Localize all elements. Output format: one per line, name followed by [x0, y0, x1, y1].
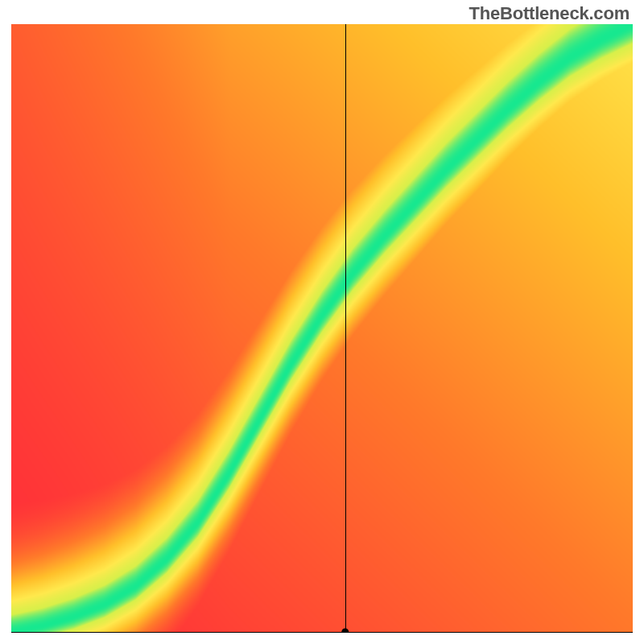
- heatmap-canvas: [11, 24, 633, 633]
- watermark-text: TheBottleneck.com: [469, 3, 630, 24]
- heatmap-plot: [11, 24, 633, 633]
